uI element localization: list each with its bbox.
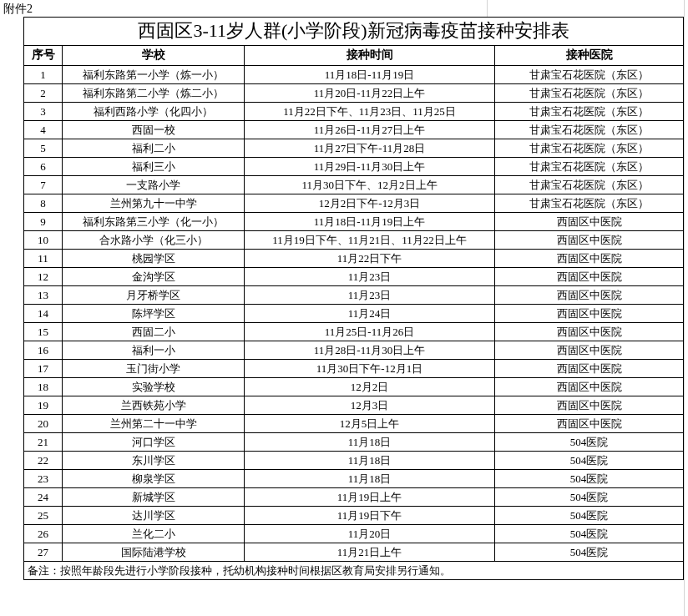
cell-school: 合水路小学（化三小） xyxy=(63,231,245,250)
cell-hospital: 甘肃宝石花医院（东区） xyxy=(495,139,684,158)
cell-seq: 18 xyxy=(24,378,63,396)
cell-hospital: 504医院 xyxy=(495,470,684,488)
table-row: 9福利东路第三小学（化一小）11月18日-11月19日上午西固区中医院 xyxy=(24,213,684,231)
note-row: 备注：按照年龄段先进行小学阶段接种，托幼机构接种时间根据区教育局安排另行通知。 xyxy=(24,562,684,580)
cell-seq: 8 xyxy=(24,194,63,213)
cell-time: 11月19日下午、11月21日、11月22日上午 xyxy=(245,231,495,250)
note-text: 备注：按照年龄段先进行小学阶段接种，托幼机构接种时间根据区教育局安排另行通知。 xyxy=(24,562,684,580)
cell-hospital: 西固区中医院 xyxy=(495,286,684,305)
table-row: 17玉门街小学11月30日下午-12月1日西固区中医院 xyxy=(24,360,684,378)
cell-time: 12月5日上午 xyxy=(245,415,495,433)
cell-school: 福利东路第一小学（炼一小） xyxy=(63,66,245,84)
table-row: 11桃园学区11月22日下午西固区中医院 xyxy=(24,250,684,268)
table-row: 22东川学区11月18日504医院 xyxy=(24,452,684,470)
cell-hospital: 甘肃宝石花医院（东区） xyxy=(495,66,684,84)
table-row: 26兰化二小11月20日504医院 xyxy=(24,525,684,543)
cell-time: 11月28日-11月30日上午 xyxy=(245,341,495,360)
cell-seq: 6 xyxy=(24,158,63,176)
table-row: 15西固二小11月25日-11月26日西固区中医院 xyxy=(24,323,684,341)
cell-seq: 3 xyxy=(24,103,63,121)
cell-seq: 12 xyxy=(24,268,63,286)
cell-time: 12月3日 xyxy=(245,396,495,415)
cell-school: 福利三小 xyxy=(63,158,245,176)
cell-seq: 11 xyxy=(24,250,63,268)
attachment-label: 附件2 xyxy=(3,2,33,17)
table-row: 1福利东路第一小学（炼一小）11月18日-11月19日甘肃宝石花医院（东区） xyxy=(24,66,684,84)
cell-seq: 27 xyxy=(24,543,63,562)
cell-school: 新城学区 xyxy=(63,488,245,507)
cell-time: 11月21日上午 xyxy=(245,543,495,562)
cell-school: 福利东路第二小学（炼二小） xyxy=(63,84,245,103)
cell-hospital: 西固区中医院 xyxy=(495,323,684,341)
cell-school: 西固二小 xyxy=(63,323,245,341)
header-hospital: 接种医院 xyxy=(495,46,684,66)
table-row: 4西固一校11月26日-11月27日上午甘肃宝石花医院（东区） xyxy=(24,121,684,139)
cell-time: 11月29日-11月30日上午 xyxy=(245,158,495,176)
cell-time: 12月2日下午-12月3日 xyxy=(245,194,495,213)
cell-seq: 19 xyxy=(24,396,63,415)
cell-hospital: 西固区中医院 xyxy=(495,378,684,396)
table-row: 23柳泉学区11月18日504医院 xyxy=(24,470,684,488)
table-row: 19兰西铁苑小学12月3日西固区中医院 xyxy=(24,396,684,415)
cell-hospital: 504医院 xyxy=(495,525,684,543)
table-row: 21河口学区11月18日504医院 xyxy=(24,433,684,452)
cell-school: 兰州第二十一中学 xyxy=(63,415,245,433)
cell-seq: 2 xyxy=(24,84,63,103)
cell-seq: 16 xyxy=(24,341,63,360)
cell-school: 兰西铁苑小学 xyxy=(63,396,245,415)
cell-hospital: 西固区中医院 xyxy=(495,268,684,286)
cell-school: 东川学区 xyxy=(63,452,245,470)
cell-hospital: 西固区中医院 xyxy=(495,305,684,323)
cell-hospital: 西固区中医院 xyxy=(495,360,684,378)
table-title: 西固区3-11岁人群(小学阶段)新冠病毒疫苗接种安排表 xyxy=(24,18,684,46)
cell-school: 月牙桥学区 xyxy=(63,286,245,305)
cell-hospital: 西固区中医院 xyxy=(495,396,684,415)
cell-hospital: 504医院 xyxy=(495,507,684,525)
cell-hospital: 504医院 xyxy=(495,433,684,452)
cell-time: 11月18日-11月19日 xyxy=(245,66,495,84)
cell-hospital: 甘肃宝石花医院（东区） xyxy=(495,194,684,213)
cell-school: 桃园学区 xyxy=(63,250,245,268)
table-row: 24新城学区11月19日上午504医院 xyxy=(24,488,684,507)
table-row: 27国际陆港学校11月21日上午504医院 xyxy=(24,543,684,562)
cell-school: 西固一校 xyxy=(63,121,245,139)
cell-hospital: 504医院 xyxy=(495,452,684,470)
cell-school: 福利二小 xyxy=(63,139,245,158)
cell-school: 达川学区 xyxy=(63,507,245,525)
table-row: 5福利二小11月27日下午-11月28日甘肃宝石花医院（东区） xyxy=(24,139,684,158)
schedule-table: 西固区3-11岁人群(小学阶段)新冠病毒疫苗接种安排表 序号 学校 接种时间 接… xyxy=(23,17,684,580)
cell-school: 实验学校 xyxy=(63,378,245,396)
table-row: 2福利东路第二小学（炼二小）11月20日-11月22日上午甘肃宝石花医院（东区） xyxy=(24,84,684,103)
cell-time: 11月19日下午 xyxy=(245,507,495,525)
cell-time: 11月22日下午 xyxy=(245,250,495,268)
cell-time: 11月25日-11月26日 xyxy=(245,323,495,341)
cell-time: 11月24日 xyxy=(245,305,495,323)
cell-seq: 15 xyxy=(24,323,63,341)
cell-seq: 17 xyxy=(24,360,63,378)
cell-seq: 20 xyxy=(24,415,63,433)
cell-seq: 21 xyxy=(24,433,63,452)
cell-seq: 7 xyxy=(24,176,63,194)
cell-hospital: 504医院 xyxy=(495,543,684,562)
header-time: 接种时间 xyxy=(245,46,495,66)
cell-school: 福利西路小学（化四小） xyxy=(63,103,245,121)
cell-school: 金沟学区 xyxy=(63,268,245,286)
cell-time: 11月20日 xyxy=(245,525,495,543)
cell-hospital: 甘肃宝石花医院（东区） xyxy=(495,121,684,139)
cell-school: 兰州第九十一中学 xyxy=(63,194,245,213)
cell-hospital: 西固区中医院 xyxy=(495,415,684,433)
cell-hospital: 504医院 xyxy=(495,488,684,507)
table-row: 13月牙桥学区11月23日西固区中医院 xyxy=(24,286,684,305)
cell-school: 河口学区 xyxy=(63,433,245,452)
cell-hospital: 西固区中医院 xyxy=(495,213,684,231)
cell-seq: 4 xyxy=(24,121,63,139)
cell-hospital: 西固区中医院 xyxy=(495,231,684,250)
cell-school: 陈坪学区 xyxy=(63,305,245,323)
cell-hospital: 甘肃宝石花医院（东区） xyxy=(495,103,684,121)
table-row: 8兰州第九十一中学12月2日下午-12月3日甘肃宝石花医院（东区） xyxy=(24,194,684,213)
header-school: 学校 xyxy=(63,46,245,66)
cell-seq: 23 xyxy=(24,470,63,488)
cell-seq: 24 xyxy=(24,488,63,507)
table-row: 3福利西路小学（化四小）11月22日下午、11月23日、11月25日甘肃宝石花医… xyxy=(24,103,684,121)
table-row: 16福利一小11月28日-11月30日上午西固区中医院 xyxy=(24,341,684,360)
